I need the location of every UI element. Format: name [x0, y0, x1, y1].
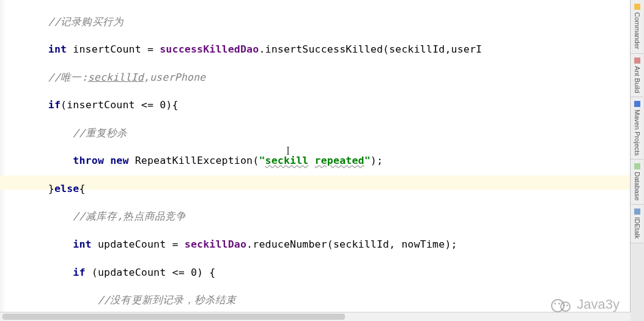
code-line[interactable]: int insertCount = successKilledDao.inser…	[11, 43, 644, 57]
code-line[interactable]: //减库存,热点商品竞争	[11, 210, 644, 224]
watermark: Java3y	[551, 295, 620, 314]
scrollbar-thumb[interactable]	[2, 314, 345, 320]
gutter	[0, 0, 6, 321]
code-line[interactable]: //唯一:seckillId,userPhone	[11, 71, 644, 85]
ide-window: //记录购买行为 int insertCount = successKilled…	[0, 0, 644, 321]
code-editor[interactable]: //记录购买行为 int insertCount = successKilled…	[0, 0, 644, 321]
wechat-icon	[551, 298, 572, 311]
code-line[interactable]: throw new RepeatKillException("seckill r…	[11, 154, 644, 168]
watermark-text: Java3y	[577, 295, 620, 314]
code-line[interactable]: int updateCount = seckillDao.reduceNumbe…	[11, 238, 644, 252]
horizontal-scrollbar[interactable]	[0, 312, 631, 321]
ant-icon	[634, 57, 640, 64]
commander-icon	[634, 4, 640, 10]
code-line[interactable]: //记录购买行为	[11, 15, 644, 29]
code-line[interactable]: if(insertCount <= 0){I	[11, 98, 644, 113]
code-line[interactable]: //重复秒杀	[11, 127, 644, 141]
code-line[interactable]: if (updateCount <= 0) {	[11, 266, 644, 280]
code-line[interactable]: //没有更新到记录，秒杀结束	[11, 293, 644, 308]
code-line[interactable]: }else{	[11, 182, 644, 196]
